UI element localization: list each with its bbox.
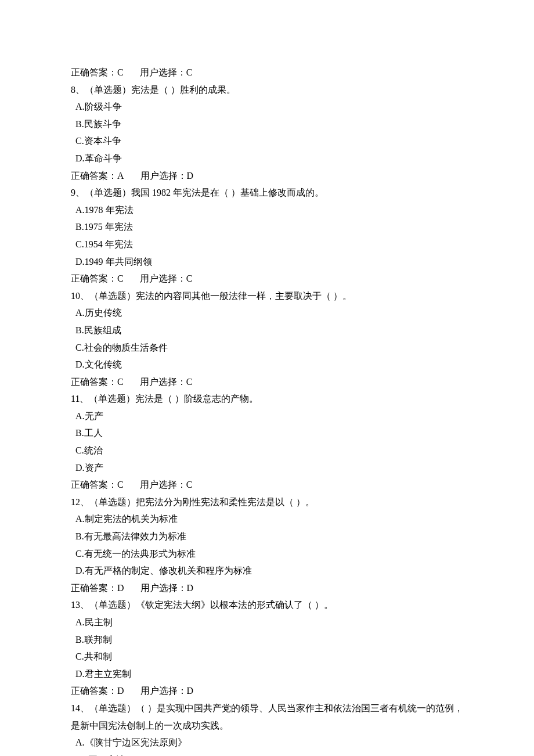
q8-option-b: B.民族斗争	[71, 116, 463, 133]
user-choice-value: D	[187, 686, 194, 696]
correct-answer-value: C	[117, 480, 124, 489]
correct-answer-label: 正确答案：	[71, 583, 117, 593]
q10-stem: 10、（单选题）宪法的内容同其他一般法律一样，主要取决于（ ）。	[71, 287, 463, 305]
q9-answer-line: 正确答案：C用户选择：C	[71, 270, 463, 287]
q13-answer-line: 正确答案：D用户选择：D	[71, 682, 463, 700]
user-choice-value: D	[187, 171, 194, 181]
q12-option-a: A.制定宪法的机关为标准	[71, 510, 463, 528]
document-page: 正确答案：C用户选择：C 8、（单选题）宪法是（ ）胜利的成果。 A.阶级斗争 …	[0, 0, 534, 756]
q14-option-b: B.“五四宪法”	[71, 751, 463, 756]
q8-stem: 8、（单选题）宪法是（ ）胜利的成果。	[71, 81, 463, 99]
user-choice-value: C	[186, 273, 193, 283]
correct-answer-value: C	[117, 67, 124, 77]
correct-answer-value: C	[117, 377, 124, 387]
correct-answer-value: A	[117, 171, 124, 181]
user-choice-label: 用户选择：	[140, 686, 187, 696]
user-choice-label: 用户选择：	[140, 480, 186, 489]
correct-answer-value: D	[117, 686, 124, 696]
q13-option-a: A.民主制	[71, 614, 463, 631]
user-choice-label: 用户选择：	[140, 273, 186, 283]
q12-answer-line: 正确答案：D用户选择：D	[71, 579, 463, 597]
q8-option-d: D.革命斗争	[71, 150, 463, 167]
correct-answer-label: 正确答案：	[71, 377, 117, 387]
q12-option-b: B.有无最高法律效力为标准	[71, 528, 463, 545]
q9-option-a: A.1978 年宪法	[71, 201, 463, 219]
q10-answer-line: 正确答案：C用户选择：C	[71, 373, 463, 391]
correct-answer-label: 正确答案：	[71, 171, 117, 181]
user-choice-value: D	[187, 583, 194, 593]
q13-option-c: C.共和制	[71, 648, 463, 665]
q12-stem: 12、（单选题）把宪法分为刚性宪法和柔性宪法是以（ ）。	[71, 494, 463, 511]
q9-option-d: D.1949 年共同纲领	[71, 253, 463, 271]
q12-option-d: D.有无严格的制定、修改机关和程序为标准	[71, 562, 463, 579]
q11-stem: 11、（单选题）宪法是（ ）阶级意志的产物。	[71, 390, 463, 408]
user-choice-label: 用户选择：	[140, 377, 186, 387]
q10-option-d: D.文化传统	[71, 356, 463, 373]
q9-stem: 9、（单选题）我国 1982 年宪法是在（ ）基础上修改而成的。	[71, 184, 463, 201]
user-choice-label: 用户选择：	[140, 583, 187, 593]
q14-option-a: A.《陕甘宁边区宪法原则》	[71, 734, 463, 751]
q11-option-d: D.资产	[71, 459, 463, 477]
user-choice-value: C	[186, 377, 193, 387]
user-choice-value: C	[186, 480, 193, 489]
q9-option-c: C.1954 年宪法	[71, 236, 463, 253]
q7-answer-line: 正确答案：C用户选择：C	[71, 64, 463, 81]
q10-option-b: B.民族组成	[71, 322, 463, 339]
q11-answer-line: 正确答案：C用户选择：C	[71, 476, 463, 494]
correct-answer-label: 正确答案：	[71, 273, 117, 283]
q11-option-c: C.统治	[71, 442, 463, 459]
q14-stem: 14、（单选题）（ ）是实现中国共产党的领导、人民当家作主和依法治国三者有机统一…	[71, 700, 463, 734]
q13-option-b: B.联邦制	[71, 631, 463, 649]
q10-option-a: A.历史传统	[71, 304, 463, 322]
q8-answer-line: 正确答案：A用户选择：D	[71, 167, 463, 185]
correct-answer-value: D	[117, 583, 124, 593]
user-choice-value: C	[186, 67, 193, 77]
user-choice-label: 用户选择：	[140, 171, 187, 181]
q9-option-b: B.1975 年宪法	[71, 218, 463, 236]
q13-stem: 13、（单选题）《钦定宪法大纲》以根本法的形式确认了（ ）。	[71, 596, 463, 614]
correct-answer-label: 正确答案：	[71, 480, 117, 489]
q11-option-b: B.工人	[71, 424, 463, 442]
correct-answer-label: 正确答案：	[71, 67, 117, 77]
q8-option-a: A.阶级斗争	[71, 98, 463, 116]
user-choice-label: 用户选择：	[140, 67, 186, 77]
q8-option-c: C.资本斗争	[71, 132, 463, 150]
q11-option-a: A.无产	[71, 408, 463, 425]
q10-option-c: C.社会的物质生活条件	[71, 339, 463, 357]
correct-answer-value: C	[117, 273, 124, 283]
q13-option-d: D.君主立宪制	[71, 665, 463, 683]
correct-answer-label: 正确答案：	[71, 686, 117, 696]
q12-option-c: C.有无统一的法典形式为标准	[71, 545, 463, 563]
